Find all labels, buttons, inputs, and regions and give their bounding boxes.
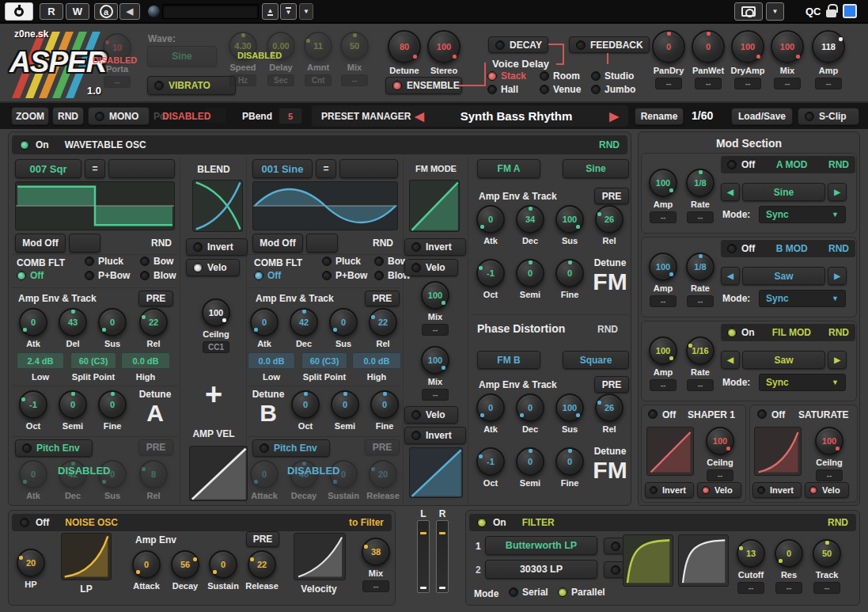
zoom-button[interactable]: ZOOM — [11, 107, 49, 125]
fm-b-attack-knob[interactable]: 0Atk — [472, 393, 509, 434]
fm-a-pre-button[interactable]: PRE — [594, 188, 629, 204]
fil-mod-rate-knob[interactable]: 1/16Rate-- — [682, 336, 718, 391]
b-mod-prev-wave-button[interactable]: ◀ — [721, 267, 740, 285]
osc-a-mod-button[interactable]: Mod Off — [15, 234, 66, 253]
wave-select[interactable]: Sine — [147, 46, 217, 67]
power-button[interactable] — [5, 2, 33, 21]
noise-mix-knob[interactable]: 38Mix-- — [357, 538, 395, 592]
osc-b-pitch-pre-button[interactable]: PRE — [365, 439, 400, 455]
preset-next-button[interactable]: ▶ — [605, 108, 624, 124]
osc-b-wave-display[interactable] — [252, 181, 398, 230]
shaper-led-icon[interactable] — [648, 409, 658, 419]
osc-b-sustain-knob[interactable]: 0Sus — [325, 308, 362, 348]
panwet-knob[interactable]: 0PanWet-- — [688, 30, 728, 89]
saturate-led-icon[interactable] — [757, 409, 767, 419]
preset-name-input[interactable] — [162, 4, 259, 19]
filter-slot2-select[interactable]: 30303 LP — [485, 560, 597, 579]
osc-a-pitch-attack-knob[interactable]: 0Atk — [15, 460, 51, 500]
shaper-ceiling-knob[interactable]: 100Ceilng-- — [699, 427, 741, 481]
fm-b-wave-button[interactable]: Square — [563, 351, 629, 369]
osc-b-comb-bow[interactable]: Bow — [374, 256, 407, 267]
filter-mode-serial[interactable]: Serial — [509, 587, 548, 598]
fil-mod-prev-wave-button[interactable]: ◀ — [721, 351, 740, 369]
mono-toggle[interactable]: MONO — [88, 107, 150, 125]
osc-a-comb-blow[interactable]: Blow — [140, 270, 176, 281]
fm-a-button[interactable]: FM A — [477, 159, 540, 178]
osc-a-comb-pbow[interactable]: P+Bow — [85, 270, 130, 281]
back-button[interactable]: ◀ — [119, 3, 140, 20]
fm-b-semi-knob[interactable]: 0Semi — [512, 447, 548, 488]
filter-slot1-select[interactable]: Butterworth LP — [485, 536, 597, 555]
osc-a-comb-pluck[interactable]: Pluck — [85, 256, 123, 267]
osc-a-mod-slot-button[interactable] — [108, 159, 175, 178]
blend-invert-toggle[interactable]: Invert — [186, 238, 248, 256]
master-amp-knob[interactable]: 118Amp-- — [809, 30, 848, 89]
noise-on-led-icon[interactable] — [20, 518, 29, 527]
noise-sustain-knob[interactable]: 0Sustain — [204, 550, 242, 591]
b-mod-led-icon[interactable] — [727, 244, 737, 253]
osc-b-fine-knob[interactable]: 0Fine — [366, 390, 403, 431]
a-mod-led-icon[interactable] — [727, 160, 737, 169]
screenshot-button[interactable] — [734, 2, 763, 21]
osc-a-oct-knob[interactable]: -1Oct — [15, 390, 51, 431]
noise-pre-button[interactable]: PRE — [246, 531, 279, 547]
osc-b-pitch-env-toggle[interactable]: Pitch Env — [252, 439, 330, 457]
color-theme-swatch[interactable] — [843, 4, 857, 18]
noise-decay-knob[interactable]: 56Decay — [166, 550, 204, 591]
ensemble-stereo-knob[interactable]: 100Stereo — [424, 30, 464, 75]
b-mod-rate-knob[interactable]: 1/8Rate-- — [682, 253, 718, 307]
osc-b-mod-button[interactable]: Mod Off — [252, 234, 303, 253]
osc-a-wave-select-button[interactable]: 007 Sqr — [15, 159, 81, 178]
filter-cutoff-knob[interactable]: 13Cutoff-- — [732, 539, 770, 594]
b-mod-mode-select[interactable]: Sync▼ — [759, 290, 846, 307]
fil-mod-next-wave-button[interactable]: ▶ — [828, 351, 847, 369]
fm-mode-velo-toggle[interactable]: Velo — [404, 259, 458, 276]
saturate-invert-toggle[interactable]: Invert — [752, 482, 802, 498]
fil-mod-wave-box[interactable]: Saw — [742, 351, 825, 369]
fm-a-decay-knob[interactable]: 34Dec — [512, 205, 548, 245]
fm-b-pre-button[interactable]: PRE — [594, 376, 629, 393]
vibrato-amount-knob[interactable]: 11AmntCnt — [300, 32, 336, 86]
a-mod-mode-select[interactable]: Sync▼ — [759, 206, 846, 223]
saturate-velo-toggle[interactable]: Velo — [805, 482, 849, 498]
a-mod-wave-box[interactable]: Sine — [742, 183, 825, 201]
osc-b-rnd-button[interactable]: RND — [373, 238, 393, 249]
filter-mode-parallel[interactable]: Parallel — [558, 587, 605, 598]
fm-b-decay-knob[interactable]: 0Dec — [512, 393, 548, 434]
fm-b-button[interactable]: FM B — [477, 351, 540, 369]
write-automation-button[interactable]: W — [66, 3, 89, 20]
ensemble-toggle[interactable]: ENSEMBLE — [385, 77, 462, 94]
fil-mod-amp-knob[interactable]: 100Amp-- — [645, 336, 681, 391]
room-option-venue[interactable]: Venue — [540, 84, 581, 95]
fil-mod-mode-select[interactable]: Sync▼ — [759, 374, 846, 391]
osc-a-eq-button[interactable]: = — [85, 159, 105, 178]
osc-b-track-high-box[interactable]: 0.0 dB — [352, 352, 401, 369]
fm-mix-a-knob[interactable]: 100Mix-- — [414, 281, 457, 336]
osc-a-env-pre-button[interactable]: PRE — [138, 291, 173, 306]
osc-b-release-knob[interactable]: 22Rel — [365, 308, 401, 348]
feedback-toggle[interactable]: FEEDBACK — [569, 36, 650, 53]
b-mod-wave-box[interactable]: Saw — [742, 267, 825, 285]
fm-a-sustain-knob[interactable]: 100Sus — [552, 205, 588, 245]
s-clip-toggle[interactable]: S-Clip — [798, 108, 859, 125]
osc-a-track-low-box[interactable]: 2.4 dB — [17, 352, 64, 369]
blend-ceiling-knob[interactable]: 100CeilngCC1 — [194, 298, 238, 353]
b-mod-amp-knob[interactable]: 100Amp-- — [645, 253, 681, 307]
fm-a-oct-knob[interactable]: -1Oct — [472, 259, 509, 299]
fm-a-fine-knob[interactable]: 0Fine — [552, 259, 588, 299]
dryamp-knob[interactable]: 100DryAmp-- — [728, 30, 768, 89]
a-mod-next-wave-button[interactable]: ▶ — [828, 183, 847, 201]
read-automation-button[interactable]: R — [40, 3, 63, 20]
a-mod-rnd-button[interactable]: RND — [828, 159, 849, 170]
preset-name[interactable]: Synth Bass Rhythm — [431, 109, 601, 123]
fm-a-wave-button[interactable]: Sine — [563, 159, 629, 178]
filter-res-knob[interactable]: 0Res-- — [770, 539, 808, 594]
osc-a-semi-knob[interactable]: 0Semi — [55, 390, 91, 431]
osc-a-fine-knob[interactable]: 0Fine — [94, 390, 131, 431]
shaper-invert-toggle[interactable]: Invert — [645, 482, 694, 498]
rnd-button[interactable]: RND — [52, 107, 84, 125]
room-option-room[interactable]: Room — [540, 70, 580, 82]
preset-prev-button[interactable]: ▲ — [262, 3, 279, 20]
osc-b-comb-off[interactable]: Off — [254, 270, 281, 281]
load-save-button[interactable]: Load/Save — [731, 108, 793, 125]
